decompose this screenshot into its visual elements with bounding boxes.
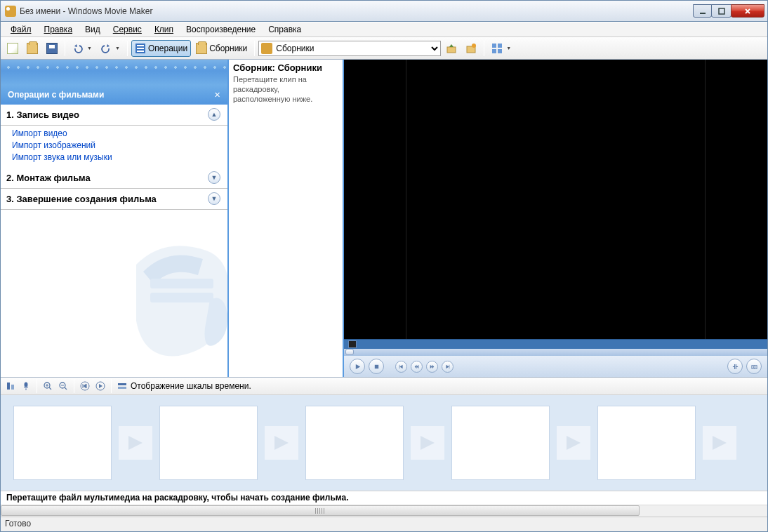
svg-rect-1 bbox=[719, 8, 724, 14]
prev-button[interactable] bbox=[395, 361, 407, 373]
seek-knob[interactable] bbox=[345, 349, 354, 355]
play-timeline-button[interactable] bbox=[93, 379, 107, 393]
chevron-down-icon: ▼ bbox=[208, 171, 220, 184]
collection-title: Сборник: Сборники bbox=[233, 62, 338, 73]
window-title: Без имени - Windows Movie Maker bbox=[20, 6, 152, 16]
video-preview bbox=[344, 60, 767, 339]
minimize-button[interactable] bbox=[693, 4, 712, 18]
storyboard-slot[interactable] bbox=[305, 406, 404, 480]
view-mode-button[interactable]: ▼ bbox=[488, 40, 515, 57]
menu-play[interactable]: Воспроизведение bbox=[180, 23, 261, 36]
svg-point-17 bbox=[753, 366, 755, 368]
save-button[interactable] bbox=[43, 40, 61, 57]
collection-instruction: Перетащите клип на раскадровку, располож… bbox=[233, 74, 338, 104]
film-decoration-icon bbox=[122, 222, 227, 377]
toolbar: ▼ ▼ Операции Сборники Сборники ▼ bbox=[1, 37, 767, 60]
tasks-pane: Операции с фильмами ✕ 1. Запись видео ▲ … bbox=[1, 60, 229, 377]
menu-clip[interactable]: Клип bbox=[149, 23, 179, 36]
fullscreen-icon[interactable] bbox=[348, 340, 357, 348]
menu-help[interactable]: Справка bbox=[263, 23, 307, 36]
transition-slot[interactable] bbox=[557, 426, 590, 460]
rewind-timeline-button[interactable] bbox=[78, 379, 92, 393]
timeline-view-icon[interactable] bbox=[115, 379, 129, 393]
set-level-button[interactable] bbox=[4, 379, 18, 393]
svg-rect-5 bbox=[137, 51, 144, 52]
tasks-close-icon[interactable]: ✕ bbox=[214, 91, 220, 100]
svg-rect-25 bbox=[118, 383, 126, 385]
svg-rect-26 bbox=[118, 387, 126, 389]
playback-controls bbox=[344, 356, 767, 377]
task-section-edit[interactable]: 2. Монтаж фильма ▼ bbox=[1, 168, 227, 189]
storyboard-slot[interactable] bbox=[13, 406, 112, 480]
link-import-audio[interactable]: Импорт звука или музыки bbox=[12, 152, 227, 164]
collection-pane: Сборник: Сборники Перетащите клип на рас… bbox=[229, 60, 344, 377]
transition-slot[interactable] bbox=[119, 426, 152, 460]
svg-rect-9 bbox=[492, 44, 496, 48]
zoom-out-button[interactable] bbox=[56, 379, 70, 393]
svg-rect-18 bbox=[7, 383, 10, 390]
task-section-finish[interactable]: 3. Завершение создания фильма ▼ bbox=[1, 189, 227, 210]
stop-button[interactable] bbox=[369, 359, 384, 374]
narrate-button[interactable] bbox=[19, 379, 33, 393]
svg-rect-10 bbox=[498, 44, 502, 48]
redo-button[interactable]: ▼ bbox=[97, 40, 124, 57]
storyboard-slot[interactable] bbox=[159, 406, 258, 480]
menu-bar: Файл Правка Вид Сервис Клип Воспроизведе… bbox=[1, 22, 767, 37]
svg-point-20 bbox=[25, 383, 28, 387]
step-back-button[interactable] bbox=[411, 361, 423, 373]
storyboard-slot[interactable] bbox=[451, 406, 550, 480]
storyboard-slot[interactable] bbox=[597, 406, 696, 480]
svg-rect-15 bbox=[374, 364, 378, 368]
next-button[interactable] bbox=[442, 361, 453, 373]
status-bar: Готово bbox=[1, 517, 767, 531]
svg-rect-6 bbox=[447, 47, 456, 53]
new-button[interactable] bbox=[4, 40, 22, 57]
menu-edit[interactable]: Правка bbox=[39, 23, 79, 36]
svg-rect-12 bbox=[498, 49, 502, 53]
app-icon bbox=[5, 6, 16, 17]
timeline-toolbar: Отображение шкалы времени. bbox=[1, 377, 767, 395]
close-button[interactable] bbox=[731, 4, 764, 18]
link-import-video[interactable]: Импорт видео bbox=[12, 128, 227, 140]
preview-title-strip bbox=[344, 339, 767, 349]
collection-select[interactable]: Сборники bbox=[258, 41, 441, 56]
chevron-down-icon: ▼ bbox=[208, 192, 220, 205]
transition-slot[interactable] bbox=[265, 426, 298, 460]
svg-rect-19 bbox=[11, 385, 14, 390]
up-level-button[interactable] bbox=[442, 40, 461, 57]
svg-rect-14 bbox=[150, 293, 213, 302]
window-titlebar: Без имени - Windows Movie Maker bbox=[0, 0, 768, 21]
seek-bar[interactable] bbox=[344, 349, 767, 356]
open-button[interactable] bbox=[23, 40, 41, 57]
svg-point-8 bbox=[472, 44, 476, 48]
link-import-images[interactable]: Импорт изображений bbox=[12, 140, 227, 152]
undo-button[interactable]: ▼ bbox=[69, 40, 95, 57]
new-folder-button[interactable] bbox=[462, 40, 480, 57]
timeline-toggle-label[interactable]: Отображение шкалы времени. bbox=[131, 381, 251, 391]
chevron-up-icon: ▲ bbox=[208, 108, 220, 121]
horizontal-scrollbar[interactable] bbox=[1, 505, 767, 517]
step-fwd-button[interactable] bbox=[426, 361, 438, 373]
svg-rect-11 bbox=[492, 49, 496, 53]
split-button[interactable] bbox=[727, 359, 743, 374]
transition-slot[interactable] bbox=[411, 426, 444, 460]
svg-rect-0 bbox=[700, 13, 706, 14]
zoom-in-button[interactable] bbox=[41, 379, 55, 393]
transition-slot[interactable] bbox=[703, 426, 736, 460]
tasks-header: Операции с фильмами ✕ bbox=[1, 85, 227, 105]
maximize-button[interactable] bbox=[711, 4, 731, 18]
menu-view[interactable]: Вид bbox=[79, 23, 106, 36]
svg-rect-4 bbox=[137, 48, 144, 49]
preview-pane bbox=[344, 60, 767, 377]
menu-service[interactable]: Сервис bbox=[107, 23, 147, 36]
svg-rect-13 bbox=[150, 279, 213, 288]
play-button[interactable] bbox=[350, 359, 365, 374]
storyboard[interactable] bbox=[1, 395, 767, 491]
scrollbar-thumb[interactable] bbox=[1, 505, 640, 516]
collections-toggle-button[interactable]: Сборники bbox=[192, 40, 251, 57]
snapshot-button[interactable] bbox=[746, 359, 762, 374]
svg-rect-3 bbox=[137, 45, 144, 46]
menu-file[interactable]: Файл bbox=[5, 23, 37, 36]
task-section-capture[interactable]: 1. Запись видео ▲ bbox=[1, 105, 227, 126]
tasks-toggle-button[interactable]: Операции bbox=[131, 40, 191, 57]
